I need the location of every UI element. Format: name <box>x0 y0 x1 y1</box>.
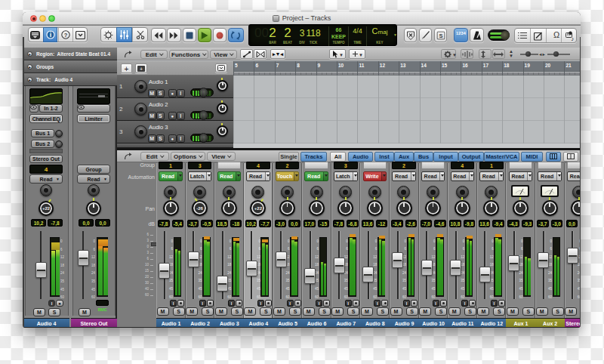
svg-text:+: + <box>140 66 143 71</box>
svg-text:▼: ▼ <box>339 53 343 57</box>
svg-text:?: ? <box>63 32 67 39</box>
svg-text:♪: ♪ <box>572 35 575 42</box>
svg-text:▼: ▼ <box>359 53 362 57</box>
svg-text:i: i <box>49 31 51 39</box>
svg-text:S: S <box>439 32 442 39</box>
svg-text:▼: ▼ <box>452 53 457 57</box>
